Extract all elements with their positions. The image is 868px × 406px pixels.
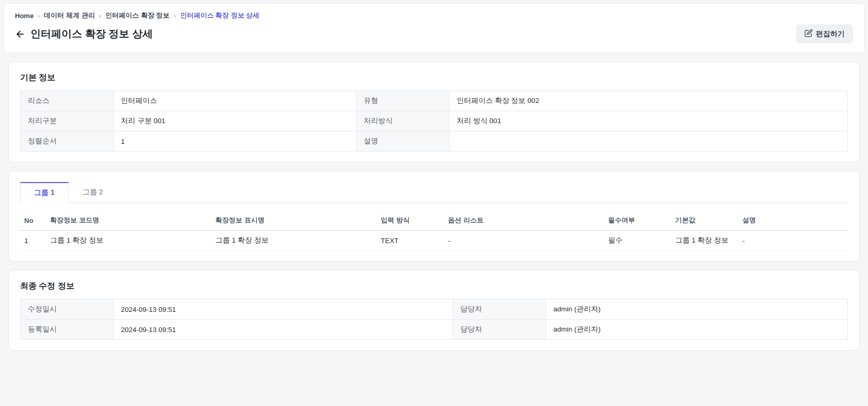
label-sort-order: 정렬순서 xyxy=(21,131,114,152)
col-no: No xyxy=(20,210,46,231)
col-display: 확장정보 표시명 xyxy=(211,210,377,231)
tab-group-2[interactable]: 그룹 2 xyxy=(69,182,117,203)
page-header: Home › 데이터 체계 관리 › 인터페이스 확장 정보 › 인터페이스 확… xyxy=(3,3,865,53)
col-desc: 설명 xyxy=(738,210,848,231)
chevron-right-icon: › xyxy=(99,12,101,20)
edit-button-label: 편집하기 xyxy=(816,29,845,39)
table-row: 등록일시 2024-09-13 09:51 담당자 admin (관리자) xyxy=(21,320,848,340)
label-process-class: 처리구분 xyxy=(21,111,114,131)
cell-options: - xyxy=(444,231,604,251)
breadcrumb-interface-ext[interactable]: 인터페이스 확장 정보 xyxy=(105,11,169,20)
tabs: 그룹 1 그룹 2 xyxy=(20,182,848,203)
label-resource: 리소스 xyxy=(21,91,114,111)
cell-display: 그룹 1 확장 정보 xyxy=(211,231,377,251)
edit-button[interactable]: 편집하기 xyxy=(796,24,853,43)
cell-required: 필수 xyxy=(604,231,671,251)
label-created-by: 담당자 xyxy=(453,320,546,340)
value-created-by: admin (관리자) xyxy=(546,320,848,340)
value-process-class: 처리 구분 001 xyxy=(114,111,357,131)
groups-grid: No 확장정보 코드명 확장정보 표시명 입력 방식 옵션 리스트 필수여부 기… xyxy=(20,210,848,251)
page-title: 인터페이스 확장 정보 상세 xyxy=(30,27,153,41)
label-type: 유형 xyxy=(356,91,449,111)
value-type: 인터페이스 확장 정보 002 xyxy=(449,91,847,111)
col-input: 입력 방식 xyxy=(377,210,444,231)
cell-default: 그룹 1 확장 정보 xyxy=(671,231,738,251)
table-row: 처리구분 처리 구분 001 처리방식 처리 방식 001 xyxy=(21,111,848,131)
basic-info-title: 기본 정보 xyxy=(20,72,848,83)
breadcrumb-home[interactable]: Home xyxy=(15,12,34,20)
value-process-method: 처리 방식 001 xyxy=(449,111,847,131)
value-created-at: 2024-09-13 09:51 xyxy=(114,320,453,340)
value-modified-by: admin (관리자) xyxy=(546,299,848,320)
table-row: 리소스 인터페이스 유형 인터페이스 확장 정보 002 xyxy=(21,91,848,111)
back-arrow-icon[interactable] xyxy=(15,29,25,39)
title-left: 인터페이스 확장 정보 상세 xyxy=(15,27,153,41)
col-required: 필수여부 xyxy=(604,210,671,231)
col-default: 기본값 xyxy=(671,210,738,231)
cell-desc: - xyxy=(738,231,848,251)
cell-code: 그룹 1 확장 정보 xyxy=(46,231,211,251)
edit-icon xyxy=(804,29,813,39)
title-row: 인터페이스 확장 정보 상세 편집하기 xyxy=(15,24,853,43)
breadcrumb-current: 인터페이스 확장 정보 상세 xyxy=(180,11,260,20)
value-sort-order: 1 xyxy=(114,131,357,152)
basic-info-table: 리소스 인터페이스 유형 인터페이스 확장 정보 002 처리구분 처리 구분 … xyxy=(20,91,848,152)
audit-table: 수정일시 2024-09-13 09:51 담당자 admin (관리자) 등록… xyxy=(20,299,848,340)
label-modified-at: 수정일시 xyxy=(21,299,114,320)
tab-group-1[interactable]: 그룹 1 xyxy=(20,182,69,203)
value-modified-at: 2024-09-13 09:51 xyxy=(114,299,453,320)
col-code: 확장정보 코드명 xyxy=(46,210,211,231)
table-row: 수정일시 2024-09-13 09:51 담당자 admin (관리자) xyxy=(21,299,848,320)
label-modified-by: 담당자 xyxy=(453,299,546,320)
groups-card: 그룹 1 그룹 2 No 확장정보 코드명 확장정보 표시명 입력 방식 옵션 … xyxy=(8,171,860,262)
audit-card: 최종 수정 정보 수정일시 2024-09-13 09:51 담당자 admin… xyxy=(8,270,860,351)
label-created-at: 등록일시 xyxy=(21,320,114,340)
breadcrumb: Home › 데이터 체계 관리 › 인터페이스 확장 정보 › 인터페이스 확… xyxy=(15,11,853,20)
chevron-right-icon: › xyxy=(174,12,176,20)
basic-info-card: 기본 정보 리소스 인터페이스 유형 인터페이스 확장 정보 002 처리구분 … xyxy=(8,62,860,162)
breadcrumb-data-mgmt[interactable]: 데이터 체계 관리 xyxy=(44,11,95,20)
grid-header-row: No 확장정보 코드명 확장정보 표시명 입력 방식 옵션 리스트 필수여부 기… xyxy=(20,210,848,231)
col-options: 옵션 리스트 xyxy=(444,210,604,231)
table-row: 정렬순서 1 설명 xyxy=(21,131,848,152)
cell-input: TEXT xyxy=(377,231,444,251)
value-description xyxy=(449,131,847,152)
label-process-method: 처리방식 xyxy=(356,111,449,131)
value-resource: 인터페이스 xyxy=(114,91,357,111)
cell-no: 1 xyxy=(20,231,46,251)
label-description: 설명 xyxy=(356,131,449,152)
grid-row: 1 그룹 1 확장 정보 그룹 1 확장 정보 TEXT - 필수 그룹 1 확… xyxy=(20,231,848,251)
chevron-right-icon: › xyxy=(38,12,40,20)
content-area: 기본 정보 리소스 인터페이스 유형 인터페이스 확장 정보 002 처리구분 … xyxy=(0,56,868,356)
audit-title: 최종 수정 정보 xyxy=(20,281,848,292)
